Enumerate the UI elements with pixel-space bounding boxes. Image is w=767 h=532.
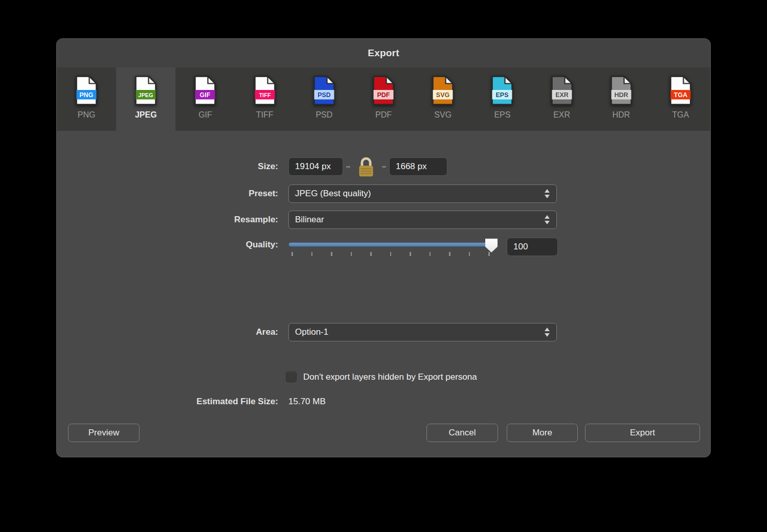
- preview-button[interactable]: Preview: [68, 424, 140, 442]
- tab-eps[interactable]: EPSEPS: [472, 67, 532, 131]
- tab-tga[interactable]: TGATGA: [651, 67, 710, 131]
- tab-jpeg[interactable]: JPEGJPEG: [116, 67, 175, 131]
- svg-text:PNG: PNG: [80, 91, 94, 99]
- tab-label: GIF: [198, 110, 212, 120]
- lock-dash-left: [346, 166, 350, 168]
- dialog-title: Export: [368, 48, 399, 59]
- resample-label: Resample:: [57, 211, 278, 229]
- size-label: Size:: [57, 157, 278, 176]
- tab-png[interactable]: PNGPNG: [57, 67, 116, 131]
- svg-text:TGA: TGA: [674, 91, 687, 99]
- hidden-layers-checkbox[interactable]: [286, 372, 297, 382]
- svg-file-icon: SVG: [431, 75, 455, 106]
- tab-label: HDR: [612, 110, 630, 120]
- quality-slider[interactable]: [288, 242, 493, 247]
- tab-hdr[interactable]: HDRHDR: [592, 67, 651, 131]
- format-tabstrip: PNGPNGJPEGJPEGGIFGIFTIFFTIFFPSDPSDPDFPDF…: [57, 67, 710, 131]
- svg-text:JPEG: JPEG: [139, 92, 153, 98]
- lock-icon[interactable]: [354, 154, 378, 178]
- preset-dropdown[interactable]: JPEG (Best quality): [288, 184, 557, 203]
- resample-value: Bilinear: [295, 215, 324, 224]
- quality-slider-thumb[interactable]: [485, 239, 498, 252]
- pdf-file-icon: PDF: [372, 75, 395, 106]
- exr-file-icon: EXR: [550, 75, 574, 106]
- tab-label: TGA: [672, 110, 689, 120]
- tab-label: TIFF: [256, 110, 274, 120]
- svg-text:EPS: EPS: [496, 91, 509, 99]
- tab-gif[interactable]: GIFGIF: [175, 67, 235, 131]
- width-field[interactable]: 19104 px: [288, 157, 343, 176]
- hdr-file-icon: HDR: [610, 75, 633, 106]
- area-value: Option-1: [295, 327, 328, 337]
- stepper-arrows-icon: [545, 211, 550, 228]
- hidden-layers-checkbox-label: Don't export layers hidden by Export per…: [303, 372, 477, 382]
- tab-svg[interactable]: SVGSVG: [413, 67, 472, 131]
- tab-label: PNG: [78, 110, 96, 120]
- svg-text:HDR: HDR: [614, 91, 628, 99]
- height-field[interactable]: 1668 px: [389, 157, 447, 176]
- quality-value-field[interactable]: 100: [507, 238, 558, 256]
- tab-label: PSD: [315, 110, 332, 120]
- jpeg-file-icon: JPEG: [134, 75, 157, 106]
- area-dropdown[interactable]: Option-1: [288, 323, 557, 341]
- title-bar: Export: [57, 39, 710, 67]
- tab-label: SVG: [434, 110, 452, 120]
- tab-psd[interactable]: PSDPSD: [295, 67, 354, 131]
- eps-file-icon: EPS: [490, 75, 514, 106]
- svg-text:EXR: EXR: [555, 91, 569, 99]
- estimated-size-value: 15.70 MB: [288, 396, 326, 407]
- more-button[interactable]: More: [507, 424, 578, 442]
- area-label: Area:: [57, 323, 278, 341]
- tab-pdf[interactable]: PDFPDF: [354, 67, 413, 131]
- svg-text:SVG: SVG: [436, 91, 449, 99]
- tiff-file-icon: TIFF: [253, 75, 277, 106]
- resample-dropdown[interactable]: Bilinear: [288, 211, 557, 229]
- export-button[interactable]: Export: [585, 424, 700, 442]
- estimated-size-label: Estimated File Size:: [57, 396, 278, 407]
- gif-file-icon: GIF: [193, 75, 217, 106]
- export-dialog: Export PNGPNGJPEGJPEGGIFGIFTIFFTIFFPSDPS…: [56, 38, 711, 457]
- cancel-button[interactable]: Cancel: [426, 424, 498, 442]
- tab-tiff[interactable]: TIFFTIFF: [235, 67, 295, 131]
- lock-dash-right: [382, 166, 386, 168]
- svg-text:GIF: GIF: [200, 91, 211, 99]
- svg-text:PSD: PSD: [318, 91, 331, 99]
- tga-file-icon: TGA: [669, 75, 692, 106]
- quality-slider-ticks: [291, 252, 490, 256]
- stepper-arrows-icon: [545, 185, 550, 202]
- preset-label: Preset:: [57, 184, 278, 203]
- preset-value: JPEG (Best quality): [295, 189, 371, 198]
- tab-label: JPEG: [135, 110, 157, 120]
- quality-label: Quality:: [57, 236, 278, 254]
- psd-file-icon: PSD: [312, 75, 336, 106]
- tab-label: EXR: [553, 110, 570, 120]
- dialog-body: Size: 19104 px 1668 px Preset: JPEG (Bes…: [57, 131, 710, 457]
- svg-text:PDF: PDF: [377, 91, 390, 99]
- tab-exr[interactable]: EXREXR: [532, 67, 592, 131]
- quality-slider-fill: [289, 243, 492, 246]
- stepper-arrows-icon: [545, 323, 550, 341]
- png-file-icon: PNG: [75, 75, 98, 106]
- tab-label: EPS: [494, 110, 510, 120]
- tab-label: PDF: [375, 110, 392, 120]
- svg-text:TIFF: TIFF: [259, 92, 270, 98]
